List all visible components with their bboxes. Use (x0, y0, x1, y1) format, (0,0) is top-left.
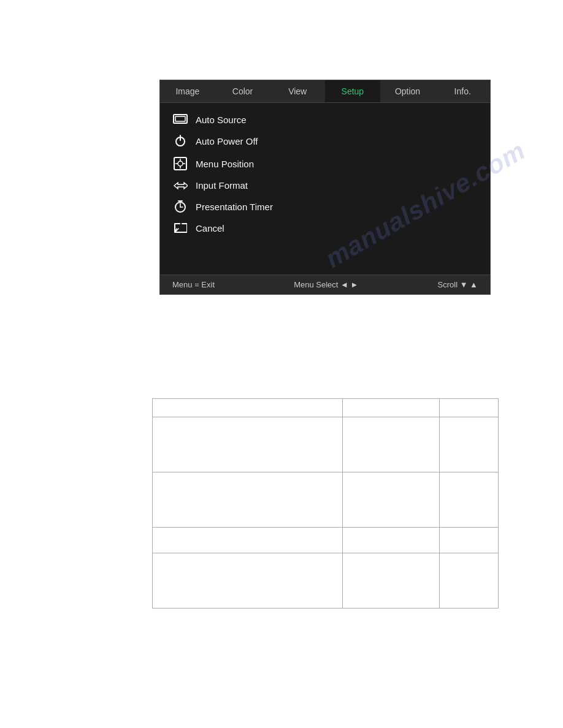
table-cell (343, 417, 440, 472)
auto-source-label: Auto Source (196, 115, 247, 125)
table-cell (153, 399, 343, 417)
menu-item-auto-power-off[interactable]: Auto Power Off (160, 130, 490, 152)
tab-color[interactable]: Color (215, 80, 270, 102)
menu-item-menu-position[interactable]: Menu Position (160, 152, 490, 175)
menu-body: Auto Source Auto Power Off (160, 103, 490, 275)
input-icon (172, 181, 188, 191)
menu-item-presentation-timer[interactable]: Presentation Timer (160, 195, 490, 218)
table-cell (343, 399, 440, 417)
table-cell (440, 528, 499, 553)
presentation-timer-label: Presentation Timer (196, 202, 273, 212)
menu-footer: Menu = Exit Menu Select ◄ ► Scroll ▼ ▲ (160, 275, 490, 294)
table-cell (153, 528, 343, 553)
table-cell (343, 553, 440, 609)
timer-icon (172, 200, 188, 213)
svg-rect-1 (175, 116, 185, 121)
power-icon (172, 135, 188, 147)
auto-power-off-label: Auto Power Off (196, 136, 258, 146)
table-row (153, 472, 499, 528)
input-format-label: Input Format (196, 180, 248, 191)
menu-tab-bar: Image Color View Setup Option Info. (160, 80, 490, 103)
table-cell (440, 399, 499, 417)
tab-setup[interactable]: Setup (325, 80, 380, 102)
data-table-section (152, 398, 499, 609)
menu-item-cancel[interactable]: Cancel (160, 218, 490, 238)
osd-menu: Image Color View Setup Option Info. Auto… (159, 80, 491, 295)
tab-image[interactable]: Image (160, 80, 215, 102)
tab-view[interactable]: View (270, 80, 325, 102)
footer-scroll: Scroll ▼ ▲ (438, 280, 478, 289)
table-row (153, 417, 499, 472)
table-cell (153, 472, 343, 528)
menu-item-auto-source[interactable]: Auto Source (160, 109, 490, 130)
table-cell (440, 553, 499, 609)
data-table (152, 398, 499, 609)
menu-pos-icon (172, 157, 188, 170)
cancel-label: Cancel (196, 223, 224, 233)
table-cell (343, 528, 440, 553)
monitor-icon (172, 114, 188, 125)
tab-info[interactable]: Info. (435, 80, 490, 102)
table-row (153, 528, 499, 553)
table-cell (440, 472, 499, 528)
menu-item-input-format[interactable]: Input Format (160, 175, 490, 195)
footer-menu-select: Menu Select ◄ ► (294, 280, 358, 289)
footer-menu-exit: Menu = Exit (172, 280, 215, 289)
table-cell (343, 472, 440, 528)
tab-option[interactable]: Option (380, 80, 435, 102)
table-row (153, 399, 499, 417)
table-cell (153, 417, 343, 472)
table-cell (153, 553, 343, 609)
table-row (153, 553, 499, 609)
table-cell (440, 417, 499, 472)
cancel-icon (172, 222, 188, 233)
svg-point-5 (178, 161, 183, 166)
menu-position-label: Menu Position (196, 159, 254, 169)
